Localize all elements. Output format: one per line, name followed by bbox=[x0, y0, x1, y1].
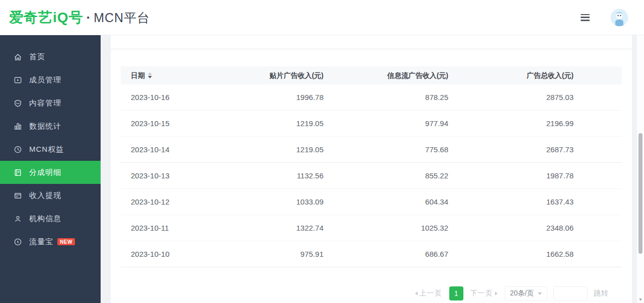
cell-feed: 604.34 bbox=[324, 189, 448, 215]
cell-preroll: 1322.74 bbox=[221, 215, 324, 241]
cell-preroll: 1033.09 bbox=[221, 189, 324, 215]
content-card: 日期 贴片广告收入(元) 信息流广告收入(元) 广告总收入(元) 2023-10… bbox=[111, 35, 632, 303]
cell-feed: 878.25 bbox=[324, 84, 448, 111]
cell-spacer bbox=[574, 241, 622, 267]
table-row: 2023-10-14 1219.05 775.68 2687.73 bbox=[121, 137, 622, 163]
table-row: 2023-10-11 1322.74 1025.32 2348.06 bbox=[121, 215, 622, 241]
sidebar-item-org-info[interactable]: 机构信息 bbox=[0, 207, 101, 230]
scrollbar-track[interactable]: ▾ bbox=[637, 35, 644, 303]
next-page-button[interactable]: 下一页 bbox=[468, 289, 498, 298]
revenue-table: 日期 贴片广告收入(元) 信息流广告收入(元) 广告总收入(元) 2023-10… bbox=[121, 66, 622, 267]
stats-icon bbox=[13, 122, 22, 131]
cell-total: 2875.03 bbox=[448, 84, 574, 111]
cell-preroll: 975.91 bbox=[221, 241, 324, 267]
person-icon bbox=[13, 214, 22, 223]
logo-brand-text: 爱奇艺iQ号 bbox=[9, 8, 84, 27]
cell-preroll: 1132.56 bbox=[221, 163, 324, 189]
cell-date: 2023-10-11 bbox=[121, 215, 221, 241]
sidebar-item-revenue-share[interactable]: 分成明细 bbox=[0, 161, 101, 184]
cell-preroll: 1219.05 bbox=[221, 137, 324, 163]
members-icon bbox=[13, 75, 22, 84]
chevron-down-icon bbox=[538, 292, 542, 295]
header-actions bbox=[581, 9, 628, 26]
cell-spacer bbox=[574, 163, 622, 189]
cell-spacer bbox=[574, 137, 622, 163]
cell-date: 2023-10-12 bbox=[121, 189, 221, 215]
sidebar-item-mcn-rights[interactable]: MCN权益 bbox=[0, 138, 101, 161]
sidebar-item-label: 内容管理 bbox=[29, 98, 61, 108]
content-icon bbox=[13, 98, 22, 108]
cell-total: 2687.73 bbox=[448, 137, 574, 163]
user-avatar[interactable] bbox=[611, 9, 628, 26]
column-header-feed: 信息流广告收入(元) bbox=[324, 66, 448, 84]
column-spacer bbox=[574, 66, 622, 84]
cell-total: 1662.58 bbox=[448, 241, 574, 267]
sidebar-item-label: 流量宝 bbox=[29, 237, 53, 247]
prev-page-label: 上一页 bbox=[420, 289, 442, 298]
avatar-image bbox=[611, 9, 628, 26]
jump-label: 跳转 bbox=[594, 289, 609, 298]
page-size-value: 20条/页 bbox=[510, 289, 534, 298]
cell-preroll: 1219.05 bbox=[221, 111, 324, 137]
sidebar-item-label: 分成明细 bbox=[29, 168, 61, 177]
prev-page-button[interactable]: 上一页 bbox=[415, 289, 444, 298]
logo-separator: · bbox=[87, 10, 91, 26]
cell-spacer bbox=[574, 189, 622, 215]
next-page-label: 下一页 bbox=[470, 289, 493, 298]
sidebar-item-label: MCN权益 bbox=[29, 145, 64, 154]
sidebar-item-home[interactable]: 首页 bbox=[0, 45, 101, 68]
column-header-preroll: 贴片广告收入(元) bbox=[221, 66, 324, 84]
page-1-button[interactable]: 1 bbox=[449, 286, 463, 300]
cell-feed: 686.67 bbox=[324, 241, 448, 267]
cell-feed: 775.68 bbox=[324, 137, 448, 163]
cell-date: 2023-10-16 bbox=[121, 84, 221, 111]
logo-product-text: MCN平台 bbox=[94, 10, 150, 26]
cell-total: 1987.78 bbox=[448, 163, 574, 189]
sidebar-item-traffic[interactable]: 流量宝 NEW bbox=[0, 230, 101, 253]
sidebar-nav: 首页 成员管理 内容管理 数据统计 MCN权益 分成明细 收入提 bbox=[0, 35, 101, 303]
scrollbar-down-icon[interactable]: ▾ bbox=[637, 296, 644, 302]
sidebar-item-label: 数据统计 bbox=[29, 122, 61, 131]
sort-icon[interactable] bbox=[148, 72, 152, 78]
jump-page-input[interactable] bbox=[553, 286, 588, 300]
column-header-date[interactable]: 日期 bbox=[121, 66, 221, 84]
cell-feed: 855.22 bbox=[324, 163, 448, 189]
home-icon bbox=[13, 52, 22, 61]
sidebar-item-stats[interactable]: 数据统计 bbox=[0, 115, 101, 138]
cell-date: 2023-10-14 bbox=[121, 137, 221, 163]
table-row: 2023-10-12 1033.09 604.34 1637.43 bbox=[121, 189, 622, 215]
sidebar-item-label: 收入提现 bbox=[29, 191, 61, 200]
cell-spacer bbox=[574, 84, 622, 111]
cell-feed: 977.94 bbox=[324, 111, 448, 137]
sidebar-item-members[interactable]: 成员管理 bbox=[0, 68, 101, 91]
card-top-divider bbox=[111, 49, 632, 49]
table-row: 2023-10-13 1132.56 855.22 1987.78 bbox=[121, 163, 622, 189]
column-label: 日期 bbox=[131, 66, 145, 84]
withdraw-icon bbox=[13, 191, 22, 200]
ledger-icon bbox=[13, 168, 22, 177]
cell-feed: 1025.32 bbox=[324, 215, 448, 241]
sidebar-item-label: 成员管理 bbox=[29, 75, 61, 85]
table-row: 2023-10-16 1996.78 878.25 2875.03 bbox=[121, 84, 622, 111]
arrow-right-icon bbox=[495, 291, 498, 295]
column-header-total: 广告总收入(元) bbox=[448, 66, 574, 84]
table-header-row: 日期 贴片广告收入(元) 信息流广告收入(元) 广告总收入(元) bbox=[121, 66, 622, 84]
clock-icon bbox=[13, 145, 22, 154]
cell-total: 2196.99 bbox=[448, 111, 574, 137]
sidebar-item-withdraw[interactable]: 收入提现 bbox=[0, 184, 101, 207]
table-row: 2023-10-10 975.91 686.67 1662.58 bbox=[121, 241, 622, 267]
arrow-left-icon bbox=[415, 291, 418, 295]
scrollbar-thumb[interactable] bbox=[638, 133, 642, 254]
sidebar-item-content[interactable]: 内容管理 bbox=[0, 91, 101, 115]
cell-spacer bbox=[574, 111, 622, 137]
logo: 爱奇艺iQ号 · MCN平台 bbox=[9, 8, 150, 27]
table-row: 2023-10-15 1219.05 977.94 2196.99 bbox=[121, 111, 622, 137]
cell-date: 2023-10-15 bbox=[121, 111, 221, 137]
page-size-select[interactable]: 20条/页 bbox=[505, 286, 547, 300]
cell-total: 2348.06 bbox=[448, 215, 574, 241]
cell-total: 1637.43 bbox=[448, 189, 574, 215]
sidebar-item-label: 机构信息 bbox=[29, 214, 61, 224]
pagination: 上一页 1 下一页 20条/页 跳转 bbox=[415, 286, 609, 301]
app-header: 爱奇艺iQ号 · MCN平台 bbox=[0, 0, 644, 35]
hamburger-menu-icon[interactable] bbox=[581, 14, 590, 21]
